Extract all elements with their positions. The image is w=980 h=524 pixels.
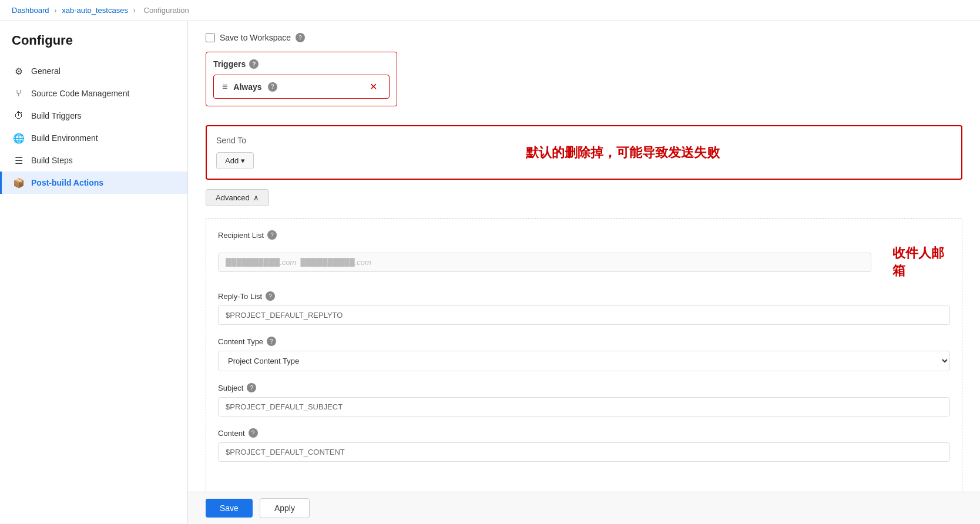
list-icon: ☰ [14, 155, 24, 166]
always-help-icon[interactable]: ? [268, 82, 277, 92]
breadcrumb-sep1: › [54, 6, 59, 15]
sidebar-item-label: Build Triggers [31, 111, 82, 120]
breadcrumb-dashboard[interactable]: Dashboard [12, 6, 49, 15]
content-input[interactable] [218, 442, 950, 462]
content-type-help-icon[interactable]: ? [267, 337, 276, 346]
recipient-list-help-icon[interactable]: ? [267, 230, 277, 240]
save-button[interactable]: Save [206, 499, 253, 518]
save-workspace-label: Save to Workspace [220, 33, 291, 42]
globe-icon: 🌐 [14, 133, 24, 143]
subject-help-icon[interactable]: ? [247, 383, 256, 392]
save-workspace-checkbox[interactable] [206, 33, 215, 42]
branch-icon: ⑂ [14, 88, 24, 99]
sidebar-item-build-steps[interactable]: ☰ Build Steps [0, 149, 187, 172]
send-to-section: Send To Add ▾ 默认的删除掉，可能导致发送失败 [206, 125, 962, 180]
always-text: Always [233, 82, 261, 92]
subject-label: Subject ? [218, 383, 950, 392]
recipient-list-label: Recipient List ? [218, 230, 950, 240]
content-section: Content ? [218, 428, 950, 462]
subject-section: Subject ? [218, 383, 950, 416]
sidebar-title: Configure [0, 33, 187, 60]
sidebar-item-label: General [31, 66, 61, 76]
sidebar-item-label: Source Code Management [31, 89, 129, 98]
sidebar-item-label: Build Environment [31, 133, 98, 143]
clock-icon: ⏱ [14, 110, 24, 121]
content-help-icon[interactable]: ? [249, 428, 258, 438]
sidebar: Configure ⚙ General ⑂ Source Code Manage… [0, 21, 188, 523]
save-workspace-row: Save to Workspace ? [206, 33, 962, 42]
hamburger-icon: ≡ [222, 82, 227, 92]
annotation-send-to: 默认的删除掉，可能导致发送失败 [526, 144, 720, 162]
recipient-row: 收件人邮箱 [218, 244, 950, 280]
chevron-up-icon: ∧ [253, 193, 259, 202]
recipient-list-section: Recipient List ? 收件人邮箱 [218, 230, 950, 280]
reply-to-input[interactable] [218, 305, 950, 325]
annotation-recipient: 收件人邮箱 [892, 244, 950, 280]
triggers-help-icon[interactable]: ? [249, 59, 259, 69]
sidebar-item-build-environment[interactable]: 🌐 Build Environment [0, 127, 187, 149]
sidebar-item-label: Post-build Actions [31, 178, 103, 187]
reply-to-section: Reply-To List ? [218, 291, 950, 325]
advanced-form: Recipient List ? 收件人邮箱 Reply-To List ? [206, 218, 962, 509]
sidebar-item-general[interactable]: ⚙ General [0, 60, 187, 82]
breadcrumb-sep2: › [133, 6, 138, 15]
gear-icon: ⚙ [14, 66, 24, 76]
add-button[interactable]: Add ▾ [216, 152, 254, 169]
recipient-list-input[interactable] [218, 253, 871, 272]
breadcrumb: Dashboard › xab-auto_testcases › Configu… [0, 0, 980, 21]
package-icon: 📦 [14, 177, 24, 188]
triggers-label: Triggers ? [213, 59, 390, 69]
reply-to-help-icon[interactable]: ? [266, 291, 275, 301]
sidebar-item-source-code[interactable]: ⑂ Source Code Management [0, 82, 187, 105]
reply-to-label: Reply-To List ? [218, 291, 950, 301]
bottom-bar: Save Apply [188, 492, 980, 523]
always-row: ≡ Always ? ✕ [213, 75, 390, 99]
sidebar-item-label: Build Steps [31, 156, 73, 165]
breadcrumb-project[interactable]: xab-auto_testcases [62, 6, 128, 15]
always-close-button[interactable]: ✕ [366, 80, 381, 93]
content-type-label: Content Type ? [218, 337, 950, 346]
subject-input[interactable] [218, 397, 950, 416]
advanced-label: Advanced [216, 193, 250, 202]
content-label: Content ? [218, 428, 950, 438]
advanced-button[interactable]: Advanced ∧ [206, 189, 269, 206]
content-type-select[interactable]: Project Content Type text/plain text/htm… [218, 351, 950, 371]
always-row-left: ≡ Always ? [222, 82, 277, 92]
triggers-box: Triggers ? ≡ Always ? ✕ [206, 52, 397, 106]
main-content: Save to Workspace ? Triggers ? ≡ Always … [188, 21, 980, 523]
sidebar-item-build-triggers[interactable]: ⏱ Build Triggers [0, 105, 187, 127]
apply-button[interactable]: Apply [260, 498, 310, 518]
save-workspace-help-icon[interactable]: ? [296, 33, 305, 42]
sidebar-item-post-build[interactable]: 📦 Post-build Actions [0, 172, 187, 194]
breadcrumb-current: Configuration [144, 6, 189, 15]
content-type-section: Content Type ? Project Content Type text… [218, 337, 950, 371]
